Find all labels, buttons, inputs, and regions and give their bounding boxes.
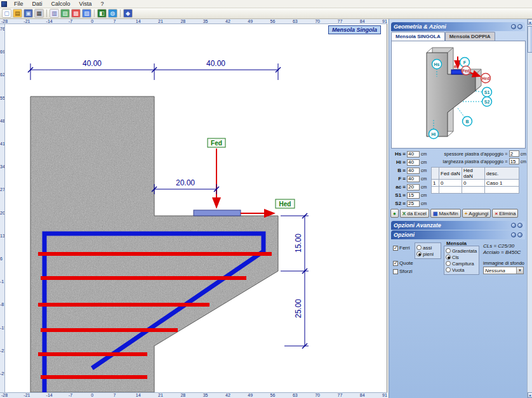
plate-thickness-input[interactable] <box>509 150 519 157</box>
elimina-button[interactable]: ×Elimina <box>492 209 518 218</box>
field-hs-unit: cm <box>421 152 427 156</box>
dim-top-right-value: 40.00 <box>206 59 225 68</box>
da-excel-button[interactable]: Xda Excel <box>400 209 429 218</box>
ruler-label: 14 <box>136 19 141 24</box>
panel-collapse-button[interactable] <box>511 223 516 228</box>
field-hs-input[interactable] <box>407 151 420 157</box>
elimina-label: Elimina <box>499 211 515 216</box>
ruler-label: 69 <box>0 50 5 55</box>
aggiungi-button[interactable]: +Aggiungi <box>462 209 491 218</box>
bar-style-group: assi pieni <box>415 242 441 259</box>
campitura-radio[interactable] <box>446 261 451 266</box>
diagram-s2-label: S2 <box>484 100 490 104</box>
pieni-radio[interactable] <box>416 251 422 256</box>
ferri-checkbox-row[interactable]: Ferri <box>393 245 409 251</box>
panel-collapse-button[interactable] <box>511 232 516 237</box>
geometry-panel-header[interactable]: Geometria & Azioni <box>391 22 525 31</box>
tab-mensola-doppia[interactable]: Mensola DOPPIA <box>445 32 495 41</box>
bearing-plate <box>194 210 241 216</box>
scroll-down-icon[interactable]: ▼ <box>528 392 532 398</box>
ruler-label: 63 <box>293 19 298 24</box>
field-b-input[interactable] <box>407 168 420 174</box>
load-table-cell[interactable]: 0 <box>462 180 485 187</box>
field-hs-label: Hs = <box>390 151 406 157</box>
menu-dati[interactable]: Dati <box>29 0 46 8</box>
scrollbar-thumb[interactable] <box>528 26 532 53</box>
cls-radio-row[interactable]: Cls <box>446 254 477 260</box>
load-table-header: Fed daN <box>439 168 462 180</box>
ferri-checkbox[interactable] <box>393 246 398 251</box>
panel-pin-button[interactable] <box>517 232 522 237</box>
cls-radio[interactable] <box>446 255 451 260</box>
excel-icon[interactable]: ◧ <box>97 9 107 18</box>
menu-vista[interactable]: Vista <box>76 0 96 8</box>
menu-file[interactable]: File <box>10 0 27 8</box>
geometry-actions-panel: Geometria & Azioni Mensola SINGOLA Menso… <box>389 19 527 398</box>
load-table-empty-row[interactable] <box>432 187 519 194</box>
globe-icon[interactable]: ◍ <box>108 9 117 18</box>
vertical-scrollbar[interactable]: ▲ ▼ <box>527 19 532 398</box>
assi-radio-row[interactable]: assi <box>416 244 439 251</box>
book-icon[interactable]: ◆ <box>123 9 133 18</box>
field-hi-input[interactable] <box>407 159 420 166</box>
chart-icon[interactable]: ▩ <box>71 9 81 18</box>
save-icon[interactable]: ▣ <box>23 9 33 18</box>
plate-width-input[interactable] <box>509 158 519 164</box>
scroll-up-icon[interactable]: ▲ <box>528 19 532 25</box>
grid-icon[interactable]: ▧ <box>60 9 70 18</box>
panel-collapse-button[interactable] <box>511 24 516 29</box>
app-icon <box>1 1 7 7</box>
field-b-label: B = <box>390 168 406 173</box>
background-image-value: Nessuna <box>484 268 516 274</box>
vuota-radio[interactable] <box>446 267 451 272</box>
print-icon[interactable]: ▦ <box>34 9 44 18</box>
panel-pin-button[interactable] <box>517 24 522 29</box>
field-s1-input[interactable] <box>407 192 420 199</box>
copy-icon[interactable]: ▥ <box>50 9 59 18</box>
load-table-row[interactable]: 1 0 0 Caso 1 <box>432 180 519 187</box>
diagram-hed-label: Hed <box>482 76 489 81</box>
sforzi-checkbox-row[interactable]: Sforzi <box>393 269 412 274</box>
max-min-icon: ▦ <box>433 211 438 216</box>
campitura-radio-row[interactable]: Campitura <box>446 260 477 267</box>
corbel-diagram: ac Hs F Fed Hed S1 S2 B Hi <box>391 41 526 149</box>
assi-radio[interactable] <box>416 245 422 250</box>
chevron-down-icon[interactable]: ▼ <box>516 267 523 274</box>
vuota-radio-row[interactable]: Vuota <box>446 267 477 273</box>
ruler-bottom: -28-21-14-707142128354249566370778491 <box>0 392 387 398</box>
gradientata-radio-row[interactable]: Gradientata <box>446 248 477 254</box>
tab-mensola-singola[interactable]: Mensola SINGOLA <box>391 32 445 41</box>
load-table-cell[interactable]: 1 <box>432 180 439 187</box>
ruler-label: 41 <box>0 142 5 147</box>
new-icon[interactable]: ▢ <box>2 9 11 18</box>
menu-bar: File Dati Calcolo Vista ? <box>0 0 532 8</box>
graph-icon[interactable]: ▨ <box>82 9 91 18</box>
load-table-cell[interactable]: Caso 1 <box>485 180 519 187</box>
load-table[interactable]: Fed daN Hed daN desc. 1 0 0 Caso 1 <box>431 167 519 194</box>
hed-label: Hed <box>279 201 291 208</box>
field-f-input[interactable] <box>407 176 420 182</box>
field-s2-input[interactable] <box>407 201 420 207</box>
ruler-label: 6 <box>0 256 3 262</box>
gradientata-radio[interactable] <box>446 248 451 253</box>
sforzi-checkbox[interactable] <box>393 269 398 274</box>
open-icon[interactable]: ▤ <box>13 9 22 18</box>
pieni-radio-row[interactable]: pieni <box>416 251 439 257</box>
ruler-top: -28-21-14-707142128354249566370778491 <box>0 19 387 24</box>
drawing-canvas[interactable]: Fed Hed 40.00 40.00 20.00 <box>5 24 387 392</box>
ruler-label: 21 <box>158 19 163 24</box>
panel-pin-button[interactable] <box>517 223 522 228</box>
quote-checkbox-row[interactable]: Quote <box>393 260 413 266</box>
max-min-button[interactable]: ▦Max/Min <box>430 209 461 218</box>
field-ac-input[interactable] <box>407 184 420 190</box>
menu-help[interactable]: ? <box>96 0 107 8</box>
dimension-top <box>28 63 281 80</box>
refresh-button[interactable]: ● <box>390 209 399 218</box>
quote-checkbox[interactable] <box>393 261 398 266</box>
options-header[interactable]: Opzioni <box>391 230 525 239</box>
options-advanced-header[interactable]: Opzioni Avanzate <box>391 221 525 230</box>
cls-material-label: CLs = C25/30 <box>483 243 514 249</box>
menu-calcolo[interactable]: Calcolo <box>48 0 74 8</box>
background-image-select[interactable]: Nessuna ▼ <box>483 267 524 274</box>
load-table-cell[interactable]: 0 <box>439 180 462 187</box>
